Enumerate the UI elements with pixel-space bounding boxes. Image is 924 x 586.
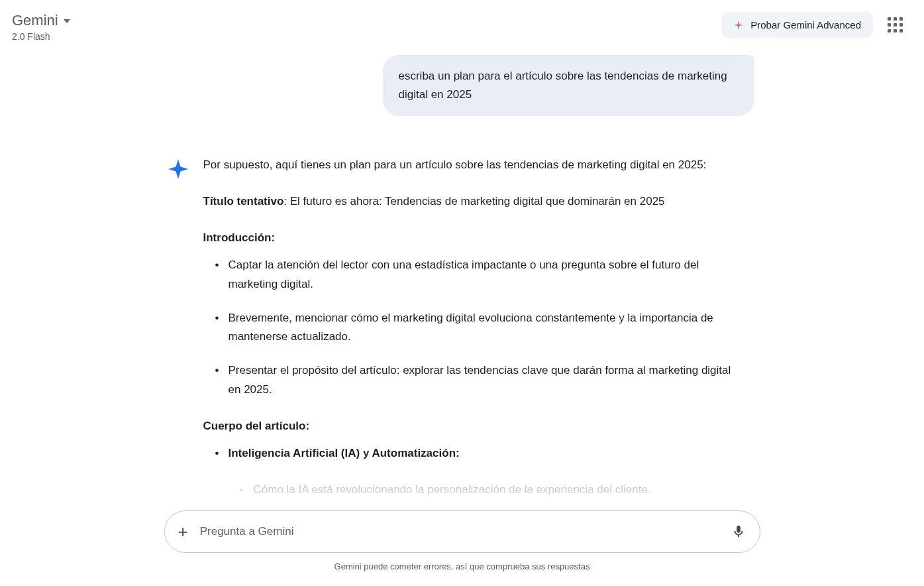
list-item: Brevemente, mencionar cómo el marketing … <box>203 309 741 347</box>
chevron-down-icon <box>64 19 70 23</box>
app-selector[interactable]: Gemini <box>12 12 70 29</box>
list-item: Presentar el propósito del artículo: exp… <box>203 361 741 400</box>
apps-grid-icon[interactable] <box>882 12 908 38</box>
input-bar-wrap: + <box>164 510 760 553</box>
assistant-content: Por supuesto, aquí tienes un plan para u… <box>203 156 760 506</box>
assistant-row: Por supuesto, aquí tienes un plan para u… <box>164 156 760 506</box>
body-section-label: Cuerpo del artículo: <box>203 417 741 436</box>
intro-list: Captar la atención del lector con una es… <box>203 256 741 400</box>
tentative-title-line: Título tentativo: El futuro es ahora: Te… <box>203 192 741 211</box>
title-value: : El futuro es ahora: Tendencias de mark… <box>283 195 664 207</box>
user-message: escriba un plan para el artículo sobre l… <box>383 55 754 116</box>
app-title: Gemini <box>12 12 58 29</box>
input-bar: + <box>164 510 760 553</box>
mic-icon[interactable] <box>731 524 746 540</box>
header: Gemini 2.0 Flash Probar Gemini Advanced <box>0 0 924 42</box>
intro-section-label: Introducción: <box>203 229 741 248</box>
try-advanced-label: Probar Gemini Advanced <box>750 19 861 30</box>
try-advanced-button[interactable]: Probar Gemini Advanced <box>721 12 873 38</box>
header-left: Gemini 2.0 Flash <box>12 12 70 42</box>
plus-icon[interactable]: + <box>178 522 188 542</box>
app-subtitle: 2.0 Flash <box>12 31 70 42</box>
gemini-avatar-icon <box>168 158 189 180</box>
list-item: Cómo la IA está revolucionando la person… <box>203 481 741 500</box>
prompt-input[interactable] <box>200 525 731 538</box>
chat-container: escriba un plan para el artículo sobre l… <box>164 42 760 506</box>
footer-note: Gemini puede cometer errores, así que co… <box>334 561 590 571</box>
list-item: Inteligencia Artificial (IA) y Automatiz… <box>203 444 741 463</box>
header-right: Probar Gemini Advanced <box>721 12 908 38</box>
spark-icon <box>733 20 744 30</box>
list-item: Captar la atención del lector con una es… <box>203 256 741 294</box>
title-label: Título tentativo <box>203 195 284 207</box>
body-sublist: Cómo la IA está revolucionando la person… <box>203 481 741 500</box>
body-list: Inteligencia Artificial (IA) y Automatiz… <box>203 444 741 463</box>
assistant-intro: Por supuesto, aquí tienes un plan para u… <box>203 156 741 175</box>
user-message-row: escriba un plan para el artículo sobre l… <box>164 55 760 116</box>
